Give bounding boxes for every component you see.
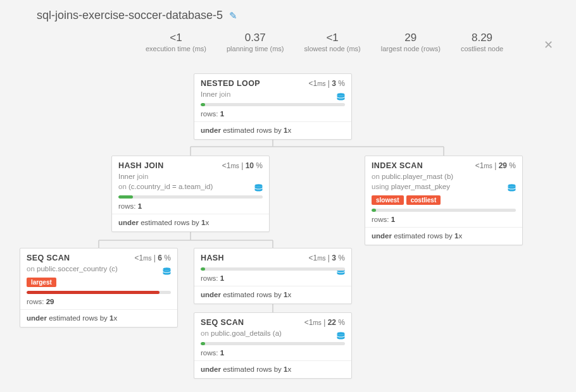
estimate-line: under estimated rows by 1x: [194, 361, 351, 378]
node-title: INDEX SCAN: [372, 161, 423, 170]
node-detail: Inner join: [194, 88, 351, 103]
node-timing: <1ms | 10 %: [222, 161, 263, 170]
summary-stats: <1 execution time (ms) 0.37 planning tim…: [146, 32, 503, 52]
database-icon: [337, 93, 345, 104]
node-title: HASH: [201, 254, 224, 262]
badge-slowest: slowest: [372, 195, 404, 205]
node-detail: Inner join on (c.country_id = a.team_id): [112, 170, 269, 195]
stat-label: largest node (rows): [381, 45, 441, 52]
plan-node-nested-loop[interactable]: NESTED LOOP <1ms | 3 % Inner join rows: …: [194, 73, 352, 140]
stat-plan-time: 0.37 planning time (ms): [227, 32, 284, 52]
node-timing: <1ms | 22 %: [304, 318, 345, 327]
plan-node-seq-scan-country[interactable]: SEQ SCAN <1ms | 6 % on public.soccer_cou…: [20, 248, 178, 328]
svg-point-3: [163, 267, 171, 270]
database-icon: [163, 267, 171, 278]
stat-slowest: <1 slowest node (ms): [304, 32, 360, 52]
node-title: SEQ SCAN: [27, 254, 70, 262]
stat-exec-time: <1 execution time (ms): [146, 32, 206, 52]
estimate-line: under estimated rows by 1x: [365, 228, 522, 245]
svg-point-0: [337, 93, 345, 95]
stat-value: 8.29: [461, 32, 503, 44]
rows-line: rows: 1: [194, 273, 351, 286]
node-detail: on public.player_mast (b) using player_m…: [365, 170, 522, 195]
stat-value: <1: [146, 32, 206, 44]
database-icon: [254, 184, 263, 195]
svg-point-2: [508, 184, 516, 187]
node-detail: on public.goal_details (a): [194, 327, 351, 342]
node-timing: <1ms | 3 %: [308, 79, 345, 88]
stat-value: <1: [304, 32, 360, 44]
rows-line: rows: 1: [365, 214, 522, 228]
plan-node-seq-scan-goal[interactable]: SEQ SCAN <1ms | 22 % on public.goal_deta…: [194, 312, 352, 379]
stat-label: planning time (ms): [227, 45, 284, 52]
badge-largest: largest: [27, 278, 56, 287]
badge-costliest: costliest: [406, 195, 441, 205]
edit-icon[interactable]: ✎: [229, 10, 237, 21]
rows-line: rows: 1: [194, 109, 351, 122]
estimate-line: under estimated rows by 1x: [112, 214, 269, 231]
close-icon[interactable]: ✕: [544, 38, 553, 52]
rows-line: rows: 1: [112, 201, 269, 214]
node-timing: <1ms | 29 %: [475, 161, 516, 170]
node-timing: <1ms | 3 %: [308, 254, 345, 262]
estimate-line: under estimated rows by 1x: [194, 286, 351, 303]
node-title: HASH JOIN: [118, 161, 164, 170]
plan-node-index-scan[interactable]: INDEX SCAN <1ms | 29 % on public.player_…: [365, 156, 523, 245]
database-icon: [508, 184, 516, 195]
stat-value: 0.37: [227, 32, 284, 44]
stat-largest: 29 largest node (rows): [381, 32, 441, 52]
stat-label: costliest node: [461, 45, 503, 52]
plan-node-hash-join[interactable]: HASH JOIN <1ms | 10 % Inner join on (c.c…: [111, 156, 270, 232]
node-title: SEQ SCAN: [201, 318, 244, 327]
node-detail: on public.soccer_country (c): [20, 262, 177, 278]
stat-costliest: 8.29 costliest node: [461, 32, 503, 52]
plan-node-hash[interactable]: HASH <1ms | 3 % rows: 1 under estimated …: [194, 248, 352, 304]
rows-line: rows: 29: [20, 297, 177, 310]
page-title: sql-joins-exercise-soccer-database-5: [37, 9, 223, 22]
node-title: NESTED LOOP: [201, 79, 260, 88]
stat-label: slowest node (ms): [304, 45, 360, 52]
rows-line: rows: 1: [194, 348, 351, 361]
estimate-line: under estimated rows by 1x: [20, 310, 177, 327]
estimate-line: under estimated rows by 1x: [194, 122, 351, 139]
stat-value: 29: [381, 32, 441, 44]
database-icon: [337, 332, 345, 343]
node-timing: <1ms | 6 %: [134, 254, 171, 262]
stat-label: execution time (ms): [146, 45, 206, 52]
svg-point-5: [337, 332, 345, 334]
svg-point-1: [255, 184, 263, 187]
